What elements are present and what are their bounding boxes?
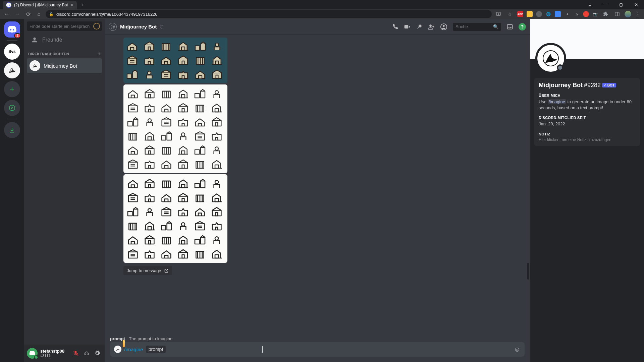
svg-rect-47 bbox=[167, 133, 171, 140]
scrollbar-thumb[interactable] bbox=[527, 263, 529, 280]
svg-rect-85 bbox=[196, 224, 205, 230]
bookmark-star-icon[interactable]: ☆ bbox=[506, 10, 514, 18]
external-link-icon bbox=[164, 268, 169, 273]
svg-rect-65 bbox=[181, 184, 185, 188]
chat-title[interactable]: Midjourney Bot bbox=[120, 24, 157, 29]
inbox-button[interactable] bbox=[506, 23, 513, 30]
jump-to-message-button[interactable]: Jump to message bbox=[123, 266, 172, 275]
guild-midjourney[interactable] bbox=[4, 62, 20, 78]
building-icon bbox=[176, 206, 190, 217]
window-close-button[interactable]: ✕ bbox=[629, 0, 644, 9]
building-icon bbox=[193, 88, 207, 99]
search-placeholder: Finde oder starte ein Gespräch bbox=[30, 24, 90, 29]
nav-back-button[interactable]: ← bbox=[3, 10, 11, 18]
offline-status-icon bbox=[160, 25, 163, 28]
nav-forward-button[interactable]: → bbox=[13, 10, 21, 18]
building-icon bbox=[126, 130, 140, 141]
channel-search-input[interactable]: Suche 🔍 bbox=[453, 23, 501, 31]
generated-image-3[interactable] bbox=[123, 174, 227, 263]
svg-rect-38 bbox=[128, 122, 132, 126]
building-icon bbox=[143, 88, 156, 99]
svg-rect-61 bbox=[215, 165, 218, 168]
building-icon bbox=[176, 130, 190, 141]
building-icon bbox=[159, 54, 173, 66]
building-icon bbox=[194, 40, 207, 52]
chrome-menu-button[interactable]: ⋮ bbox=[635, 11, 641, 17]
friends-tab[interactable]: Freunde bbox=[27, 34, 102, 46]
add-friends-button[interactable] bbox=[428, 23, 435, 30]
building-icon bbox=[126, 234, 140, 245]
dm-item-midjourney[interactable]: Midjourney Bot bbox=[27, 58, 102, 73]
user-info[interactable]: stefanstp08 #3117 bbox=[40, 349, 64, 358]
svg-rect-12 bbox=[195, 46, 200, 50]
user-settings-button[interactable] bbox=[93, 349, 102, 358]
lock-icon: 🔒 bbox=[49, 12, 54, 16]
note-input[interactable]: Hier klicken, um eine Notiz hinzuzufügen bbox=[539, 137, 635, 142]
messages-scroller[interactable]: /* placeholder row — cells generated bel… bbox=[105, 35, 530, 334]
self-avatar[interactable] bbox=[27, 348, 38, 359]
generated-image-2[interactable] bbox=[123, 84, 227, 173]
extension-icon[interactable] bbox=[527, 11, 533, 17]
building-icon bbox=[160, 144, 173, 156]
generated-image-1[interactable]: /* placeholder row — cells generated bel… bbox=[123, 38, 227, 83]
explore-servers-button[interactable] bbox=[4, 100, 20, 116]
extension-icon[interactable]: ✦ bbox=[564, 11, 570, 17]
globe-extension-icon[interactable]: 🌐 bbox=[545, 11, 551, 17]
nav-home-button[interactable]: ⌂ bbox=[35, 10, 43, 18]
emoji-picker-button[interactable]: ☺ bbox=[514, 346, 521, 353]
svg-rect-78 bbox=[212, 210, 221, 216]
show-profile-button[interactable] bbox=[440, 23, 447, 31]
window-minimize-button[interactable]: — bbox=[598, 0, 613, 9]
browser-tab[interactable]: (2) Discord | @Midjourney Bot × bbox=[3, 1, 77, 9]
deafen-button[interactable] bbox=[82, 349, 91, 358]
adblock-extension-icon[interactable]: ABP bbox=[517, 11, 523, 17]
building-icon bbox=[210, 220, 223, 231]
mute-mic-button[interactable] bbox=[71, 349, 80, 358]
svg-point-14 bbox=[215, 43, 219, 47]
svg-rect-94 bbox=[179, 253, 188, 258]
profile-username: Midjourney Bot bbox=[539, 82, 583, 89]
address-bar[interactable]: 🔒 discord.com/channels/@me/1063443749197… bbox=[46, 10, 492, 18]
extension-icon[interactable] bbox=[555, 11, 561, 17]
building-icon bbox=[210, 130, 223, 141]
building-icon bbox=[160, 234, 173, 245]
discord-favicon bbox=[6, 2, 11, 8]
profile-avatar[interactable] bbox=[625, 11, 631, 17]
home-button[interactable]: 2 bbox=[4, 21, 20, 38]
create-dm-button[interactable]: + bbox=[98, 51, 101, 57]
extension-icon[interactable] bbox=[536, 11, 542, 17]
add-server-button[interactable]: + bbox=[4, 81, 20, 97]
svg-rect-20 bbox=[127, 74, 131, 78]
chrome-dropdown-icon[interactable]: ⌄ bbox=[582, 0, 598, 9]
quick-switcher-input[interactable]: Finde oder starte ein Gespräch bbox=[27, 21, 102, 31]
message-composer[interactable]: /imagine prompt ☺ bbox=[110, 342, 525, 357]
svg-rect-15 bbox=[128, 58, 137, 64]
extension-icon[interactable]: 📷 bbox=[592, 11, 598, 17]
pinned-messages-button[interactable] bbox=[416, 23, 423, 30]
tab-close-icon[interactable]: × bbox=[71, 2, 73, 8]
guild-svs[interactable]: Svs bbox=[4, 44, 20, 60]
extension-icon[interactable]: ⇲ bbox=[574, 11, 580, 17]
extension-icon[interactable] bbox=[583, 11, 589, 17]
imagine-command-chip: /imagine bbox=[548, 99, 566, 104]
install-app-icon[interactable] bbox=[494, 10, 502, 18]
start-video-call-button[interactable] bbox=[404, 23, 411, 30]
download-apps-button[interactable] bbox=[4, 122, 20, 138]
help-button[interactable]: ? bbox=[519, 23, 526, 31]
building-icon bbox=[143, 144, 156, 156]
svg-rect-90 bbox=[195, 240, 199, 244]
start-voice-call-button[interactable] bbox=[392, 23, 398, 30]
svg-rect-27 bbox=[149, 95, 151, 98]
svg-rect-30 bbox=[195, 94, 199, 98]
extensions-puzzle-icon[interactable] bbox=[602, 10, 610, 18]
building-icon bbox=[160, 116, 173, 127]
building-icon bbox=[160, 88, 173, 99]
svg-rect-42 bbox=[212, 121, 221, 126]
building-icon bbox=[125, 40, 139, 52]
svg-rect-83 bbox=[167, 223, 171, 230]
nav-reload-button[interactable]: ⟳ bbox=[24, 10, 32, 18]
new-tab-button[interactable]: + bbox=[78, 1, 88, 9]
window-maximize-button[interactable]: ▢ bbox=[613, 0, 629, 9]
profile-avatar[interactable] bbox=[537, 45, 564, 72]
side-panel-icon[interactable] bbox=[613, 10, 621, 18]
